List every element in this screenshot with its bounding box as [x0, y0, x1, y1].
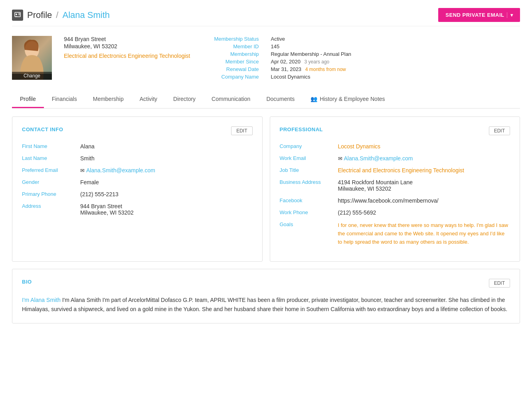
status-label: Membership Status — [214, 36, 263, 42]
address-city: Milwaukee, WI 53202 — [64, 43, 190, 49]
svg-point-1 — [16, 14, 17, 15]
history-icon: 👥 — [310, 96, 317, 102]
member-since-value: Apr 02, 2020 3 years ago — [271, 59, 351, 65]
page-title: Profile / Alana Smith — [12, 10, 110, 21]
title-prefix: Profile — [27, 10, 52, 20]
send-private-email-button[interactable]: SEND PRIVATE EMAIL ▾ — [438, 8, 520, 22]
membership-summary: Membership Status Active Member ID 145 M… — [214, 36, 351, 80]
field-primary-phone: Primary Phone (212) 555-2213 — [22, 191, 253, 197]
field-facebook: Facebook https://www.facebook.com/member… — [280, 197, 510, 204]
member-id-value: 145 — [271, 43, 351, 49]
bio-edit-button[interactable]: EDIT — [489, 279, 510, 288]
member-id-label: Member ID — [214, 43, 263, 49]
contact-address: 944 Bryan Street Milwaukee, WI 53202 Ele… — [64, 36, 190, 59]
title-separator: / — [56, 10, 58, 20]
field-business-address: Business Address 4194 Rockford Mountain … — [280, 179, 510, 192]
field-last-name: Last Name Smith — [22, 155, 253, 162]
field-job-title: Job Title Electrical and Electronics Eng… — [280, 167, 510, 173]
company-name-label: Company Name — [214, 74, 263, 80]
member-since-label: Member Since — [214, 59, 263, 65]
contact-info-header: CONTACT INFO EDIT — [22, 126, 253, 135]
user-name: Alana Smith — [62, 10, 110, 20]
job-title-header: Electrical and Electronics Engineering T… — [64, 53, 190, 59]
membership-type-value: Regular Membership - Annual Plan — [271, 51, 351, 57]
field-work-phone: Work Phone (212) 555-5692 — [280, 209, 510, 216]
field-preferred-email: Preferred Email ✉Alana.Smith@example.com — [22, 167, 253, 173]
email-icon: ✉ — [80, 168, 85, 173]
avatar-section: Change — [12, 36, 52, 80]
dropdown-arrow-icon: ▾ — [507, 12, 513, 18]
profile-icon — [12, 10, 23, 21]
tab-financials[interactable]: Financials — [44, 91, 85, 108]
tab-membership[interactable]: Membership — [85, 91, 132, 108]
contact-info-title: CONTACT INFO — [22, 126, 63, 132]
tab-bar: Profile Financials Membership Activity D… — [12, 91, 520, 108]
field-company: Company Locost Dynamics — [280, 143, 510, 150]
field-gender: Gender Female — [22, 179, 253, 185]
renewal-date-value: Mar 31, 2023 4 months from now — [271, 66, 351, 72]
tab-directory[interactable]: Directory — [165, 91, 204, 108]
page-header: Profile / Alana Smith SEND PRIVATE EMAIL… — [12, 8, 520, 26]
bio-card: BIO EDIT I'm Alana Smith I'm Alana Smith… — [12, 269, 520, 323]
field-address: Address 944 Bryan Street Milwaukee, WI 5… — [22, 203, 253, 216]
work-email-link[interactable]: Alana.Smith@example.com — [344, 155, 413, 162]
contact-info-edit-button[interactable]: EDIT — [231, 126, 252, 135]
bio-text: I'm Alana Smith I'm Alana Smith I'm part… — [22, 296, 510, 313]
tab-communication[interactable]: Communication — [204, 91, 258, 108]
status-value: Active — [271, 36, 351, 42]
company-name-value: Locost Dynamics — [271, 74, 351, 80]
professional-title: PROFESSIONAL — [280, 126, 323, 132]
address-street: 944 Bryan Street — [64, 36, 190, 42]
tab-history[interactable]: 👥 History & Employee Notes — [303, 91, 393, 108]
bio-header: BIO EDIT — [22, 279, 510, 288]
main-cards-row: CONTACT INFO EDIT First Name Alana Last … — [12, 116, 520, 262]
contact-info-card: CONTACT INFO EDIT First Name Alana Last … — [12, 116, 263, 262]
professional-card: PROFESSIONAL EDIT Company Locost Dynamic… — [270, 116, 520, 262]
renewal-date-label: Renewal Date — [214, 66, 263, 72]
tab-documents[interactable]: Documents — [258, 91, 303, 108]
tab-profile[interactable]: Profile — [12, 91, 44, 108]
membership-type-label: Membership — [214, 51, 263, 57]
tab-activity[interactable]: Activity — [132, 91, 165, 108]
field-goals: Goals I for one, never knew that there w… — [280, 221, 510, 246]
work-email-icon: ✉ — [338, 156, 342, 162]
profile-info-section: Change 944 Bryan Street Milwaukee, WI 53… — [12, 36, 520, 80]
professional-edit-button[interactable]: EDIT — [489, 126, 510, 135]
field-work-email: Work Email ✉Alana.Smith@example.com — [280, 155, 510, 162]
change-avatar-button[interactable]: Change — [12, 72, 52, 80]
bio-title: BIO — [22, 279, 32, 285]
professional-header: PROFESSIONAL EDIT — [280, 126, 510, 135]
field-first-name: First Name Alana — [22, 143, 253, 150]
preferred-email-link[interactable]: Alana.Smith@example.com — [86, 167, 155, 173]
